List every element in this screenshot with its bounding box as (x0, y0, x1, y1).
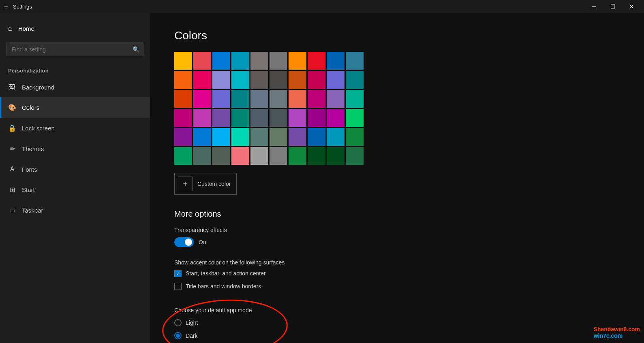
start-taskbar-checkbox[interactable]: ✓ (174, 270, 182, 277)
color-swatch[interactable] (174, 147, 192, 165)
toggle-on-label: On (199, 239, 206, 245)
color-swatch[interactable] (289, 90, 306, 108)
color-swatch[interactable] (212, 147, 230, 165)
sidebar-item-label-background: Background (22, 84, 54, 91)
sidebar-search: 🔍 (6, 43, 143, 56)
color-swatch[interactable] (346, 52, 364, 70)
color-swatch[interactable] (289, 109, 306, 127)
color-swatch[interactable] (327, 90, 344, 108)
color-grid (174, 52, 620, 165)
minimize-button[interactable]: ─ (585, 0, 603, 13)
sidebar-item-taskbar[interactable]: ▭ Taskbar (0, 200, 150, 221)
color-swatch[interactable] (193, 90, 211, 108)
color-swatch[interactable] (231, 128, 249, 146)
color-swatch[interactable] (327, 52, 344, 70)
color-swatch[interactable] (231, 109, 249, 127)
title-bars-label: Title bars and window borders (186, 283, 261, 290)
watermark-text1: Shendawin8.com (594, 326, 640, 332)
sidebar-item-themes[interactable]: ✏ Themes (0, 138, 150, 159)
sidebar: ⌂ Home 🔍 Personalization 🖼 Background 🎨 … (0, 13, 150, 343)
color-swatch[interactable] (193, 52, 211, 70)
start-taskbar-label: Start, taskbar, and action center (186, 270, 266, 277)
more-options-title: More options (174, 209, 620, 219)
maximize-button[interactable]: ☐ (603, 0, 622, 13)
sidebar-item-label-fonts: Fonts (22, 166, 37, 173)
color-swatch[interactable] (308, 52, 325, 70)
color-swatch[interactable] (308, 109, 325, 127)
color-swatch[interactable] (270, 109, 287, 127)
color-swatch[interactable] (212, 71, 230, 89)
color-swatch[interactable] (193, 147, 211, 165)
color-swatch[interactable] (193, 128, 211, 146)
transparency-label: Transparency effects (174, 227, 620, 233)
title-bar-title: Settings (13, 4, 32, 10)
color-swatch[interactable] (250, 52, 268, 70)
checkmark-icon: ✓ (176, 271, 180, 277)
sidebar-item-colors[interactable]: 🎨 Colors (0, 97, 150, 118)
color-swatch[interactable] (308, 71, 325, 89)
color-swatch[interactable] (346, 147, 364, 165)
color-swatch[interactable] (212, 52, 230, 70)
color-swatch[interactable] (346, 71, 364, 89)
sidebar-item-fonts[interactable]: A Fonts (0, 159, 150, 179)
color-swatch[interactable] (270, 71, 287, 89)
color-swatch[interactable] (270, 52, 287, 70)
color-swatch[interactable] (346, 109, 364, 127)
color-swatch[interactable] (308, 128, 325, 146)
sidebar-item-start[interactable]: ⊞ Start (0, 179, 150, 200)
search-input[interactable] (6, 43, 143, 56)
color-swatch[interactable] (212, 90, 230, 108)
color-swatch[interactable] (174, 128, 192, 146)
color-swatch[interactable] (212, 128, 230, 146)
color-swatch[interactable] (308, 147, 325, 165)
color-swatch[interactable] (250, 128, 268, 146)
color-swatch[interactable] (346, 90, 364, 108)
color-swatch[interactable] (327, 147, 344, 165)
sidebar-item-background[interactable]: 🖼 Background (0, 77, 150, 97)
light-label: Light (186, 320, 198, 326)
color-swatch[interactable] (327, 128, 344, 146)
color-swatch[interactable] (212, 109, 230, 127)
color-swatch[interactable] (231, 90, 249, 108)
background-icon: 🖼 (8, 83, 16, 91)
color-swatch[interactable] (289, 128, 306, 146)
color-swatch[interactable] (193, 109, 211, 127)
color-swatch[interactable] (270, 147, 287, 165)
color-swatch[interactable] (250, 71, 268, 89)
color-swatch[interactable] (174, 109, 192, 127)
color-swatch[interactable] (231, 147, 249, 165)
color-swatch[interactable] (308, 90, 325, 108)
color-swatch[interactable] (174, 90, 192, 108)
color-swatch[interactable] (250, 147, 268, 165)
color-swatch[interactable] (231, 71, 249, 89)
transparency-toggle[interactable] (174, 237, 194, 247)
color-swatch[interactable] (193, 71, 211, 89)
color-swatch[interactable] (289, 52, 306, 70)
close-button[interactable]: ✕ (622, 0, 641, 13)
color-swatch[interactable] (327, 71, 344, 89)
color-swatch[interactable] (270, 90, 287, 108)
color-swatch[interactable] (270, 128, 287, 146)
title-bar-controls: ─ ☐ ✕ (585, 0, 641, 13)
color-swatch[interactable] (174, 52, 192, 70)
color-swatch[interactable] (174, 71, 192, 89)
sidebar-home[interactable]: ⌂ Home (0, 17, 150, 40)
color-swatch[interactable] (289, 71, 306, 89)
color-swatch[interactable] (250, 109, 268, 127)
color-swatch[interactable] (250, 90, 268, 108)
title-bar-left: ← Settings (3, 3, 32, 10)
home-icon: ⌂ (8, 24, 13, 33)
back-button[interactable]: ← (3, 3, 9, 10)
custom-color-button[interactable]: + Custom color (174, 173, 237, 195)
color-swatch[interactable] (231, 52, 249, 70)
color-swatch[interactable] (289, 147, 306, 165)
title-bars-checkbox[interactable] (174, 283, 182, 290)
app-mode-section: Choose your default app mode Light Dark (174, 307, 252, 343)
sidebar-item-lock-screen[interactable]: 🔒 Lock screen (0, 118, 150, 138)
color-swatch[interactable] (346, 128, 364, 146)
light-radio[interactable] (174, 319, 182, 326)
search-icon: 🔍 (133, 46, 139, 53)
color-swatch[interactable] (327, 109, 344, 127)
watermark: Shendawin8.com win7c.com (594, 326, 640, 339)
dark-radio[interactable] (174, 332, 182, 339)
